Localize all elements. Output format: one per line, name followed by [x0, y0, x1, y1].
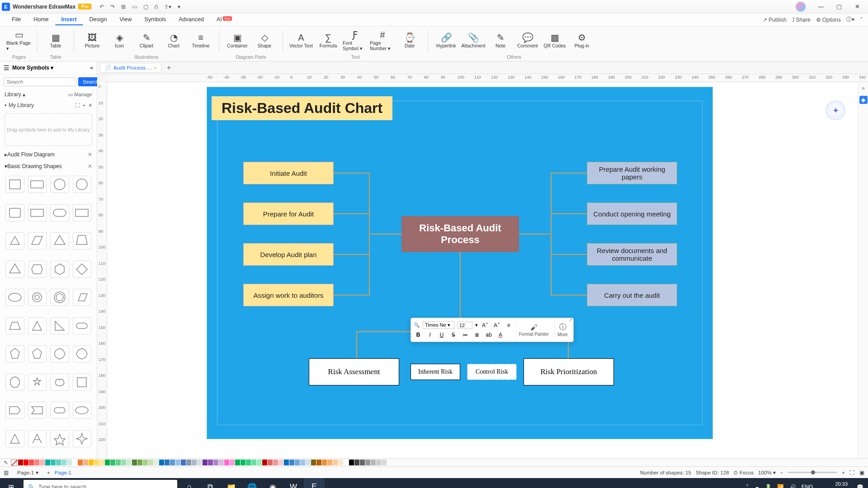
ribbon-attachment[interactable]: 📎Attachment: [461, 27, 486, 53]
color-swatch[interactable]: [365, 460, 370, 465]
ribbon-qr-codes[interactable]: ▩QR Codes: [542, 27, 567, 53]
color-swatch[interactable]: [344, 460, 349, 465]
font-size-input[interactable]: 12: [457, 322, 472, 329]
shape-stencil-29[interactable]: [28, 374, 47, 391]
color-swatch[interactable]: [170, 460, 175, 465]
mylib-expand-icon[interactable]: ⛶: [75, 103, 80, 108]
shape-stencil-21[interactable]: [28, 317, 47, 334]
font-size-dropdown[interactable]: ▾: [475, 322, 478, 328]
ribbon-picture[interactable]: 🖼Picture: [80, 27, 105, 53]
box-center-process[interactable]: Risk-Based Audit Process: [401, 216, 519, 252]
ribbon-clipart[interactable]: ✎Clipart: [134, 27, 159, 53]
box-review-docs[interactable]: Review documents and communicate: [587, 243, 677, 266]
color-swatch[interactable]: [72, 460, 77, 465]
font-family-select[interactable]: Times Ne ▾: [423, 321, 454, 329]
shape-stencil-25[interactable]: [28, 345, 47, 362]
minimize-button[interactable]: —: [812, 0, 830, 14]
symbol-search-input[interactable]: [4, 77, 76, 86]
section-basic-shapes[interactable]: Basic Drawing Shapes: [7, 163, 62, 169]
bold-button[interactable]: B: [414, 331, 423, 339]
expand-right-panel[interactable]: »: [862, 85, 865, 91]
publish-button[interactable]: ↗ Publish: [763, 17, 786, 23]
ribbon-container[interactable]: ▣Container: [225, 27, 250, 53]
tray-volume-icon[interactable]: 🔊: [789, 484, 796, 488]
shape-stencil-10[interactable]: [50, 232, 69, 249]
section-audit-flow[interactable]: Audit Flow Diagram: [7, 151, 55, 158]
my-library-dropzone[interactable]: Drag symbols here to add to My Library: [5, 113, 92, 146]
panel-menu-icon[interactable]: ☰: [4, 64, 9, 71]
color-swatch[interactable]: [268, 460, 273, 465]
start-button[interactable]: ⊞: [0, 478, 22, 488]
shape-stencil-16[interactable]: [5, 289, 24, 306]
color-swatch[interactable]: [83, 460, 88, 465]
mylib-close-icon[interactable]: ✕: [88, 103, 92, 108]
ribbon-table[interactable]: ▦Table: [43, 27, 68, 53]
grow-font-button[interactable]: A˄: [481, 321, 490, 329]
menu-insert[interactable]: Insert: [55, 14, 83, 25]
mylib-add-icon[interactable]: +: [83, 103, 85, 108]
color-swatch[interactable]: [132, 460, 137, 465]
underline-button[interactable]: U: [437, 331, 446, 339]
font-search-icon[interactable]: 🔍: [414, 322, 420, 328]
box-control-risk[interactable]: Control Risk: [467, 364, 517, 380]
options-button[interactable]: ⚙ Options: [816, 17, 841, 23]
color-swatch[interactable]: [306, 460, 311, 465]
section-close-icon[interactable]: ✕: [88, 151, 92, 158]
color-swatch[interactable]: [165, 460, 170, 465]
shape-stencil-24[interactable]: [5, 345, 24, 362]
qat-export-icon[interactable]: ⇪▾: [164, 4, 171, 10]
color-swatch[interactable]: [18, 460, 23, 465]
color-swatch[interactable]: [105, 460, 110, 465]
shape-stencil-11[interactable]: [73, 232, 92, 249]
focus-mode-button[interactable]: ⊙ Focus: [733, 469, 754, 476]
ribbon-shape[interactable]: ◇Shape: [252, 27, 277, 53]
box-risk-prioritization[interactable]: Risk Prioritization: [524, 358, 614, 385]
canvas[interactable]: Risk-Based Audit Chart Initiate Audit Pr…: [107, 82, 858, 458]
ribbon-collapse-button[interactable]: ˄: [860, 17, 863, 23]
zoom-slider[interactable]: [788, 472, 837, 473]
shape-stencil-22[interactable]: [50, 317, 69, 334]
shape-stencil-38[interactable]: [50, 430, 69, 447]
align-button[interactable]: ≡: [504, 321, 513, 329]
tray-onedrive-icon[interactable]: ☁: [754, 484, 760, 488]
fit-page-button[interactable]: ⛶: [849, 470, 855, 475]
box-opening-meeting[interactable]: Conduct opening meeting: [587, 202, 677, 225]
shape-stencil-2[interactable]: [50, 176, 69, 193]
zoom-in-button[interactable]: +: [842, 470, 845, 475]
color-swatch[interactable]: [51, 460, 56, 465]
format-painter-button[interactable]: 🖌 Format Painter: [516, 320, 552, 340]
box-risk-assessment[interactable]: Risk Assessment: [309, 358, 399, 385]
share-button[interactable]: ⤴ Share: [792, 17, 811, 23]
ribbon-page-number-[interactable]: #Page Number ▾: [370, 27, 395, 53]
highlight-button[interactable]: ab: [484, 331, 493, 339]
page-selector[interactable]: Page-1 ▾: [13, 468, 42, 477]
color-swatch[interactable]: [56, 460, 61, 465]
color-swatch[interactable]: [382, 460, 387, 465]
box-assign-work[interactable]: Assign work to auditors: [243, 284, 334, 306]
box-prepare-audit[interactable]: Prepare for Audit: [243, 202, 334, 225]
menu-view[interactable]: View: [113, 14, 138, 25]
color-swatch[interactable]: [235, 460, 240, 465]
toolbar-pin-icon[interactable]: ⤢: [569, 317, 572, 322]
color-swatch[interactable]: [338, 460, 343, 465]
user-avatar[interactable]: [796, 2, 806, 12]
tray-wifi-icon[interactable]: 📶: [777, 484, 784, 488]
maximize-button[interactable]: ▢: [830, 0, 848, 14]
color-swatch[interactable]: [311, 460, 316, 465]
color-swatch[interactable]: [29, 460, 34, 465]
shape-stencil-18[interactable]: [50, 289, 69, 306]
shape-stencil-27[interactable]: [73, 345, 92, 362]
color-swatch[interactable]: [371, 460, 376, 465]
color-swatch[interactable]: [251, 460, 256, 465]
ribbon-vector-text[interactable]: AVector Text: [288, 27, 314, 53]
font-color-button[interactable]: A: [496, 331, 505, 339]
taskbar-search[interactable]: 🔍 Type here to search: [24, 480, 177, 488]
color-swatch[interactable]: [192, 460, 197, 465]
shape-stencil-33[interactable]: [28, 402, 47, 419]
numbered-list-button[interactable]: ≔: [461, 331, 470, 339]
my-library-section[interactable]: My Library: [9, 102, 34, 108]
color-swatch[interactable]: [78, 460, 83, 465]
ai-assistant-button[interactable]: ✦: [826, 100, 845, 120]
color-swatch[interactable]: [295, 460, 300, 465]
cortana-icon[interactable]: ○: [179, 478, 200, 488]
